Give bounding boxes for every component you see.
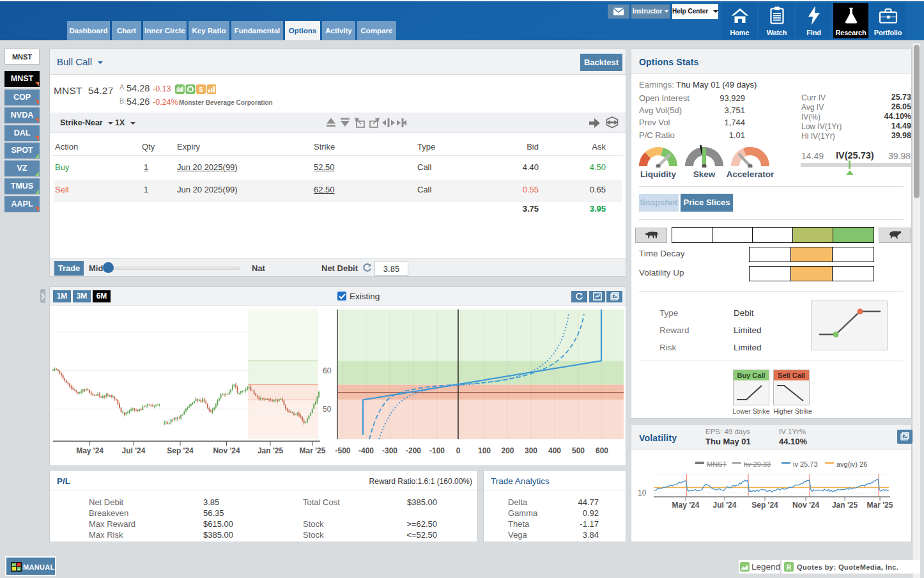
svg-text:Mar '25: Mar '25: [300, 446, 326, 455]
svg-text:-300: -300: [382, 446, 397, 455]
svg-text:400: 400: [548, 446, 561, 455]
svg-text:50: 50: [323, 405, 332, 414]
svg-text:-100: -100: [429, 446, 445, 455]
svg-text:avg(iv) 26: avg(iv) 26: [836, 460, 867, 468]
svg-text:$: $: [199, 86, 203, 93]
svg-text:60: 60: [323, 366, 332, 375]
svg-text:600: 600: [596, 446, 608, 455]
svg-text:Nov '24: Nov '24: [213, 446, 240, 455]
svg-text:MNST: MNST: [707, 460, 727, 468]
svg-text:500: 500: [572, 446, 585, 455]
svg-text:R: R: [787, 564, 792, 571]
svg-text:Jan '25: Jan '25: [258, 446, 284, 455]
svg-text:hv 29.33: hv 29.33: [744, 460, 771, 468]
svg-text:-400: -400: [358, 446, 374, 455]
svg-text:Jan '25: Jan '25: [832, 501, 858, 510]
svg-text:300: 300: [525, 446, 537, 455]
svg-text:-200: -200: [406, 446, 421, 455]
svg-text:Jul '24: Jul '24: [713, 501, 737, 510]
svg-text:Sep '24: Sep '24: [167, 446, 194, 455]
svg-text:0: 0: [456, 446, 461, 455]
svg-text:Mar '25: Mar '25: [867, 501, 893, 510]
svg-text:May '24: May '24: [672, 501, 700, 510]
svg-text:100: 100: [478, 446, 491, 455]
svg-text:Jul '24: Jul '24: [122, 446, 146, 455]
svg-text:iv 25.73: iv 25.73: [793, 460, 818, 468]
svg-text:May '24: May '24: [76, 446, 104, 455]
svg-text:10: 10: [638, 488, 647, 497]
svg-text:200: 200: [501, 446, 514, 455]
svg-text:-500: -500: [335, 446, 350, 455]
svg-text:Sep '24: Sep '24: [751, 501, 778, 510]
svg-text:Nov '24: Nov '24: [792, 501, 820, 510]
